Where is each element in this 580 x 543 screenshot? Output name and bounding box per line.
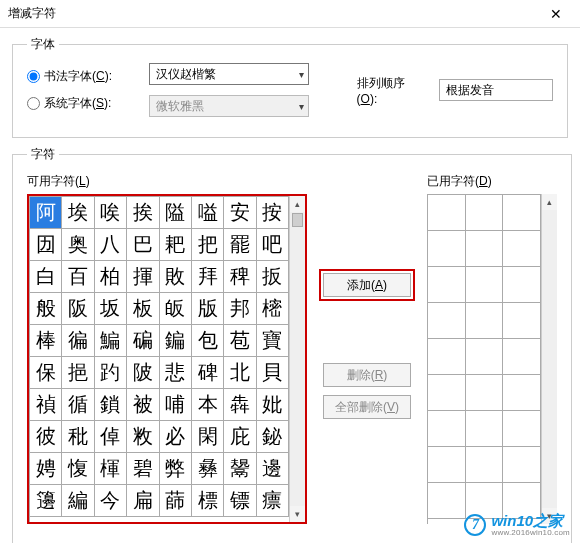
char-cell[interactable]: 包 — [192, 325, 224, 357]
char-cell[interactable]: 揮 — [127, 261, 159, 293]
char-cell[interactable]: 鉍 — [257, 421, 289, 453]
delete-all-button[interactable]: 全部删除(V) — [323, 395, 411, 419]
scroll-up-icon[interactable]: ▴ — [542, 194, 557, 210]
scroll-up-icon[interactable]: ▴ — [290, 196, 305, 212]
char-cell[interactable]: 罷 — [224, 229, 256, 261]
char-cell[interactable]: 八 — [95, 229, 127, 261]
used-char-cell[interactable] — [428, 375, 466, 411]
char-cell[interactable]: 悲 — [160, 357, 192, 389]
char-cell[interactable]: 坂 — [95, 293, 127, 325]
char-cell[interactable]: 柏 — [95, 261, 127, 293]
used-char-cell[interactable] — [503, 195, 541, 231]
char-cell[interactable]: 拜 — [192, 261, 224, 293]
char-cell[interactable]: 稗 — [224, 261, 256, 293]
char-cell[interactable]: 鍽 — [160, 325, 192, 357]
used-char-cell[interactable] — [503, 231, 541, 267]
used-char-cell[interactable] — [466, 447, 504, 483]
char-cell[interactable]: 阪 — [62, 293, 94, 325]
char-cell[interactable]: 徧 — [62, 325, 94, 357]
char-cell[interactable]: 樒 — [257, 293, 289, 325]
char-cell[interactable]: 挨 — [127, 197, 159, 229]
char-cell[interactable]: 編 — [62, 485, 94, 517]
used-char-grid[interactable] — [427, 194, 541, 524]
char-cell[interactable]: 禎 — [30, 389, 62, 421]
char-cell[interactable]: 版 — [192, 293, 224, 325]
scroll-thumb[interactable] — [292, 213, 303, 227]
used-char-cell[interactable] — [466, 375, 504, 411]
char-cell[interactable]: 碑 — [192, 357, 224, 389]
char-cell[interactable]: 皈 — [160, 293, 192, 325]
delete-button[interactable]: 删除(R) — [323, 363, 411, 387]
char-cell[interactable]: 本 — [192, 389, 224, 421]
char-cell[interactable]: 弊 — [160, 453, 192, 485]
char-cell[interactable]: 㘞 — [30, 229, 62, 261]
used-char-cell[interactable] — [428, 339, 466, 375]
char-cell[interactable]: 板 — [127, 293, 159, 325]
char-cell[interactable]: 镖 — [224, 485, 256, 517]
char-cell[interactable]: 妣 — [257, 389, 289, 421]
char-cell[interactable]: 邦 — [224, 293, 256, 325]
system-radio-input[interactable] — [27, 97, 40, 110]
used-char-cell[interactable] — [503, 267, 541, 303]
add-button[interactable]: 添加(A) — [323, 273, 411, 297]
system-font-radio[interactable]: 系统字体(S): — [27, 95, 131, 112]
used-char-cell[interactable] — [428, 195, 466, 231]
char-cell[interactable]: 唉 — [95, 197, 127, 229]
used-char-cell[interactable] — [428, 483, 466, 519]
char-cell[interactable]: 棒 — [30, 325, 62, 357]
char-cell[interactable]: 循 — [62, 389, 94, 421]
char-cell[interactable]: 倬 — [95, 421, 127, 453]
used-char-cell[interactable] — [503, 339, 541, 375]
char-cell[interactable]: 楎 — [95, 453, 127, 485]
char-cell[interactable]: 安 — [224, 197, 256, 229]
char-cell[interactable]: 碧 — [127, 453, 159, 485]
used-char-cell[interactable] — [466, 411, 504, 447]
char-cell[interactable]: 隘 — [160, 197, 192, 229]
used-char-cell[interactable] — [428, 231, 466, 267]
char-cell[interactable]: 鬹 — [224, 453, 256, 485]
char-cell[interactable]: 彝 — [192, 453, 224, 485]
char-cell[interactable]: 扳 — [257, 261, 289, 293]
char-cell[interactable]: 秕 — [62, 421, 94, 453]
char-cell[interactable]: 敉 — [127, 421, 159, 453]
char-cell[interactable]: 閑 — [192, 421, 224, 453]
char-cell[interactable]: 白 — [30, 261, 62, 293]
used-char-cell[interactable] — [428, 267, 466, 303]
char-cell[interactable]: 鎖 — [95, 389, 127, 421]
char-cell[interactable]: 百 — [62, 261, 94, 293]
char-cell[interactable]: 般 — [30, 293, 62, 325]
char-cell[interactable]: 彼 — [30, 421, 62, 453]
char-cell[interactable]: 北 — [224, 357, 256, 389]
char-cell[interactable]: 寶 — [257, 325, 289, 357]
char-cell[interactable]: 敗 — [160, 261, 192, 293]
used-char-cell[interactable] — [466, 195, 504, 231]
available-scrollbar[interactable]: ▴ ▾ — [289, 196, 305, 522]
char-cell[interactable]: 犇 — [224, 389, 256, 421]
char-cell[interactable]: 娉 — [30, 453, 62, 485]
char-cell[interactable]: 瘭 — [257, 485, 289, 517]
used-char-cell[interactable] — [503, 447, 541, 483]
char-cell[interactable]: 今 — [95, 485, 127, 517]
char-cell[interactable]: 巴 — [127, 229, 159, 261]
char-cell[interactable]: 鯿 — [95, 325, 127, 357]
char-cell[interactable]: 碥 — [127, 325, 159, 357]
char-cell[interactable]: 愎 — [62, 453, 94, 485]
calligraphy-font-radio[interactable]: 书法字体(C): — [27, 68, 131, 85]
used-char-cell[interactable] — [428, 447, 466, 483]
char-cell[interactable]: 被 — [127, 389, 159, 421]
used-char-cell[interactable] — [466, 339, 504, 375]
char-cell[interactable]: 耙 — [160, 229, 192, 261]
close-button[interactable]: ✕ — [536, 1, 576, 27]
char-cell[interactable]: 扁 — [127, 485, 159, 517]
used-char-cell[interactable] — [428, 303, 466, 339]
char-cell[interactable]: 蒒 — [160, 485, 192, 517]
char-cell[interactable]: 保 — [30, 357, 62, 389]
char-cell[interactable]: 吧 — [257, 229, 289, 261]
char-cell[interactable]: 邊 — [257, 453, 289, 485]
char-cell[interactable]: 標 — [192, 485, 224, 517]
scroll-down-icon[interactable]: ▾ — [290, 506, 305, 522]
used-char-cell[interactable] — [466, 303, 504, 339]
used-char-cell[interactable] — [466, 231, 504, 267]
char-cell[interactable]: 嗌 — [192, 197, 224, 229]
char-cell[interactable]: 奥 — [62, 229, 94, 261]
